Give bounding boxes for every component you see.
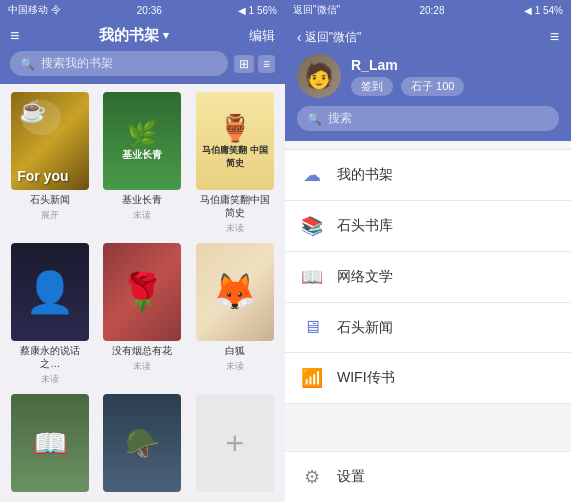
wifi-icon: 📶 bbox=[301, 367, 323, 389]
book-subtitle: 未读 bbox=[133, 209, 151, 222]
grid-view-button[interactable]: ⊞ bbox=[234, 55, 254, 73]
book-title: 石头新闻 bbox=[30, 193, 70, 206]
book-item[interactable] bbox=[8, 394, 92, 495]
add-icon: + bbox=[225, 425, 244, 462]
search-icon: 🔍 bbox=[20, 57, 35, 71]
books-grid: For you 石头新闻 展开 基业长青 基业长青 未读 马伯庸笑翻 中国简史 … bbox=[0, 84, 285, 502]
bookshelf-title: 我的书架 bbox=[99, 26, 159, 45]
book-title: 白狐 bbox=[225, 344, 245, 357]
book-cover-for-you: For you bbox=[11, 92, 89, 190]
book-open-icon: 📖 bbox=[301, 266, 323, 288]
list-view-button[interactable]: ≡ bbox=[258, 55, 275, 73]
book-item[interactable]: For you 石头新闻 展开 bbox=[8, 92, 92, 235]
book-subtitle: 未读 bbox=[226, 222, 244, 235]
user-profile-row: 🧑 R_Lam 签到 石子 100 bbox=[297, 54, 559, 98]
back-button[interactable]: ‹ 返回"微信" bbox=[297, 29, 361, 46]
book-cover-cai bbox=[11, 243, 89, 341]
menu-label-bookshelf: 我的书架 bbox=[337, 166, 555, 184]
edit-button[interactable]: 编辑 bbox=[249, 27, 275, 45]
sign-in-button[interactable]: 签到 bbox=[351, 77, 393, 96]
right-back-status: 返回"微信" bbox=[293, 3, 340, 17]
book-title: 马伯庸笑翻中国简史 bbox=[196, 193, 274, 219]
left-header-title: 我的书架 ▾ bbox=[99, 26, 169, 45]
left-header: ≡ 我的书架 ▾ 编辑 🔍 搜索我的书架 ⊞ ≡ bbox=[0, 20, 285, 84]
left-header-top: ≡ 我的书架 ▾ 编辑 bbox=[10, 26, 275, 45]
menu-item-online-literature[interactable]: 📖 网络文学 bbox=[285, 252, 571, 303]
book-cover-white-fox bbox=[196, 243, 274, 341]
right-menu-icon[interactable]: ≡ bbox=[550, 28, 559, 46]
menu-label-online-literature: 网络文学 bbox=[337, 268, 555, 286]
menu-item-wifi-transfer[interactable]: 📶 WIFI传书 bbox=[285, 353, 571, 404]
book-title: 基业长青 bbox=[122, 193, 162, 206]
book-subtitle: 未读 bbox=[41, 373, 59, 386]
right-search-placeholder: 搜索 bbox=[328, 110, 352, 127]
cloud-icon: ☁ bbox=[301, 164, 323, 186]
menu-item-stone-library[interactable]: 📚 石头书库 bbox=[285, 201, 571, 252]
menu-item-stone-news[interactable]: 🖥 石头新闻 bbox=[285, 303, 571, 353]
stone-count[interactable]: 石子 100 bbox=[401, 77, 464, 96]
book-title: 没有烟总有花 bbox=[112, 344, 172, 357]
book-item[interactable]: 蔡康永的说话之… 未读 bbox=[8, 243, 92, 386]
book-subtitle: 未读 bbox=[226, 360, 244, 373]
book-subtitle: 未读 bbox=[133, 360, 151, 373]
add-book-cover[interactable]: + bbox=[196, 394, 274, 492]
book-item[interactable] bbox=[100, 394, 184, 495]
left-search-bar[interactable]: 🔍 搜索我的书架 bbox=[10, 51, 228, 76]
user-name: R_Lam bbox=[351, 57, 464, 73]
left-carrier: 中国移动 令 bbox=[8, 3, 61, 17]
left-search-placeholder: 搜索我的书架 bbox=[41, 55, 218, 72]
right-panel: 返回"微信" 20:28 ◀ 1 54% ‹ 返回"微信" ≡ 🧑 R_Lam … bbox=[285, 0, 571, 502]
for-you-label: For you bbox=[17, 168, 68, 184]
user-stats: 签到 石子 100 bbox=[351, 77, 464, 96]
book-title: 蔡康永的说话之… bbox=[11, 344, 89, 370]
user-info: R_Lam 签到 石子 100 bbox=[351, 57, 464, 96]
left-status-bar: 中国移动 令 20:36 ◀ 1 56% bbox=[0, 0, 285, 20]
menu-list: ☁ 我的书架 📚 石头书库 📖 网络文学 🖥 石头新闻 📶 WIFI传书 ⚙ 设… bbox=[285, 141, 571, 502]
right-status-bar: 返回"微信" 20:28 ◀ 1 54% bbox=[285, 0, 571, 20]
book-cover-smoke bbox=[103, 243, 181, 341]
book-item[interactable]: 没有烟总有花 未读 bbox=[100, 243, 184, 386]
book-cover-8 bbox=[103, 394, 181, 492]
settings-item[interactable]: ⚙ 设置 bbox=[285, 451, 571, 502]
add-book-item[interactable]: + bbox=[193, 394, 277, 495]
right-search-bar[interactable]: 🔍 搜索 bbox=[297, 106, 559, 131]
view-toggle: ⊞ ≡ bbox=[234, 55, 275, 73]
menu-label-stone-news: 石头新闻 bbox=[337, 319, 555, 337]
left-panel: 中国移动 令 20:36 ◀ 1 56% ≡ 我的书架 ▾ 编辑 🔍 搜索我的书… bbox=[0, 0, 285, 502]
left-search-row: 🔍 搜索我的书架 ⊞ ≡ bbox=[10, 51, 275, 76]
back-arrow-icon: ‹ bbox=[297, 29, 302, 45]
menu-label-wifi-transfer: WIFI传书 bbox=[337, 369, 555, 387]
book-subtitle: 展开 bbox=[41, 209, 59, 222]
left-menu-icon[interactable]: ≡ bbox=[10, 27, 19, 45]
china-history-title-label: 马伯庸笑翻 中国简史 bbox=[200, 144, 270, 170]
book-cover-7 bbox=[11, 394, 89, 492]
settings-label: 设置 bbox=[337, 468, 555, 486]
right-header: ‹ 返回"微信" ≡ 🧑 R_Lam 签到 石子 100 🔍 搜索 bbox=[285, 20, 571, 141]
book-cover-china-history: 马伯庸笑翻 中国简史 bbox=[196, 92, 274, 190]
books-icon: 📚 bbox=[301, 215, 323, 237]
avatar[interactable]: 🧑 bbox=[297, 54, 341, 98]
book-item[interactable]: 基业长青 基业长青 未读 bbox=[100, 92, 184, 235]
book-cover-qiye: 基业长青 bbox=[103, 92, 181, 190]
menu-label-stone-library: 石头书库 bbox=[337, 217, 555, 235]
chevron-down-icon[interactable]: ▾ bbox=[163, 29, 169, 42]
left-time: 20:36 bbox=[137, 5, 162, 16]
right-header-top: ‹ 返回"微信" ≡ bbox=[297, 28, 559, 46]
settings-gear-icon: ⚙ bbox=[301, 466, 323, 488]
left-signal: ◀ 1 56% bbox=[238, 5, 277, 16]
book-item[interactable]: 白狐 未读 bbox=[193, 243, 277, 386]
book-item[interactable]: 马伯庸笑翻 中国简史 马伯庸笑翻中国简史 未读 bbox=[193, 92, 277, 235]
right-signal: ◀ 1 54% bbox=[524, 5, 563, 16]
right-time: 20:28 bbox=[419, 5, 444, 16]
newspaper-icon: 🖥 bbox=[301, 317, 323, 338]
back-label: 返回"微信" bbox=[305, 29, 362, 46]
right-search-icon: 🔍 bbox=[307, 112, 322, 126]
qiye-title-label: 基业长青 bbox=[122, 148, 162, 162]
menu-item-bookshelf[interactable]: ☁ 我的书架 bbox=[285, 149, 571, 201]
